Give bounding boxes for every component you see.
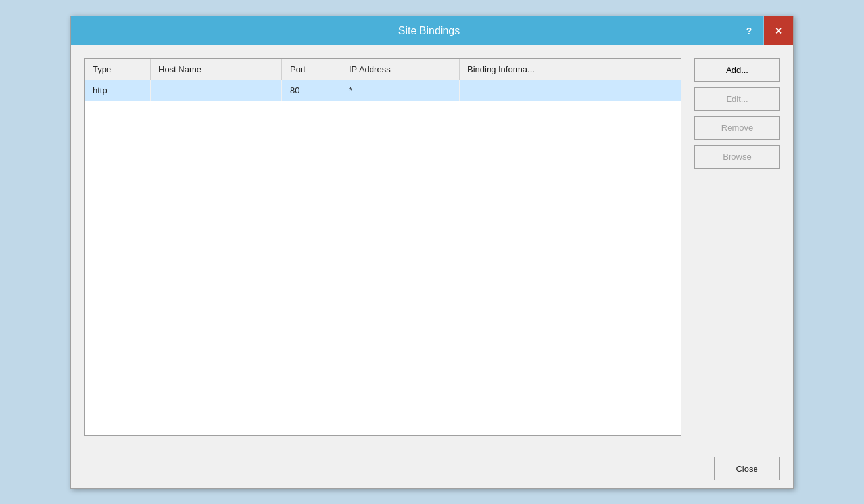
action-buttons: Add... Edit... Remove Browse [694,58,780,436]
table-body: http 80 * [85,80,681,435]
close-button[interactable]: Close [714,457,780,480]
site-bindings-dialog: Site Bindings ? ✕ Type Host Name Port IP… [70,16,794,489]
add-button[interactable]: Add... [694,58,780,82]
edit-button[interactable]: Edit... [694,87,780,111]
col-header-ipaddress: IP Address [341,59,460,80]
help-button[interactable]: ? [734,16,763,45]
cell-type: http [85,80,151,101]
table-row[interactable]: http 80 * [85,80,681,101]
cell-binding [460,80,681,101]
cell-ipaddress: * [341,80,460,101]
col-header-port: Port [282,59,341,80]
title-bar: Site Bindings ? ✕ [71,16,793,45]
dialog-footer: Close [71,449,793,488]
remove-button[interactable]: Remove [694,116,780,140]
col-header-type: Type [85,59,151,80]
title-bar-controls: ? ✕ [734,16,793,45]
browse-button[interactable]: Browse [694,145,780,169]
col-header-binding: Binding Informa... [460,59,681,80]
cell-port: 80 [282,80,341,101]
window-close-button[interactable]: ✕ [764,16,793,45]
dialog-title: Site Bindings [124,25,734,37]
bindings-table: Type Host Name Port IP Address Binding I… [84,58,681,436]
dialog-body: Type Host Name Port IP Address Binding I… [71,45,793,449]
table-header: Type Host Name Port IP Address Binding I… [85,59,681,80]
cell-hostname [151,80,282,101]
col-header-hostname: Host Name [151,59,282,80]
